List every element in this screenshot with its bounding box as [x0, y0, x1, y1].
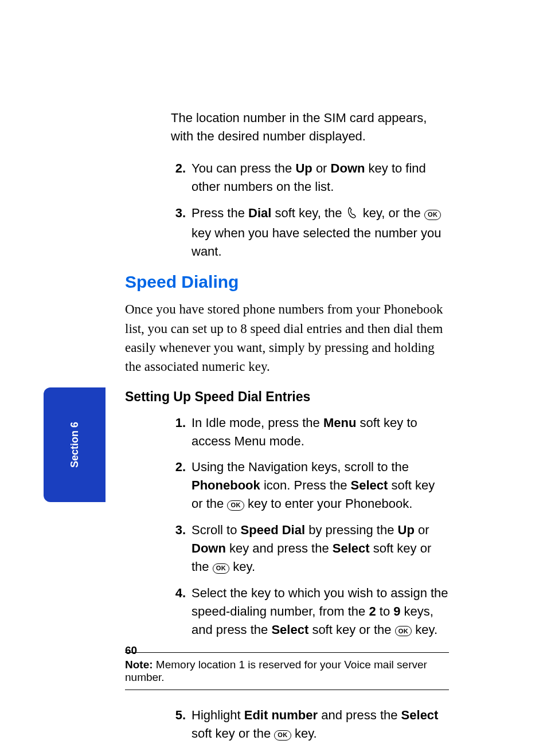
list-body: You can press the Up or Down key to find… [192, 159, 449, 196]
text: and press the [318, 708, 401, 722]
intro-serif-paragraph: Once you have stored phone numbers from … [125, 300, 449, 376]
bold-text: Phonebook [192, 478, 260, 492]
text: or [415, 523, 429, 537]
subheading-setup: Setting Up Speed Dial Entries [125, 389, 449, 405]
text: key to enter your Phonebook. [244, 496, 413, 511]
text: soft key or the [192, 726, 274, 741]
list-b: 1. In Idle mode, press the Menu soft key… [171, 414, 449, 639]
list-body: In Idle mode, press the Menu soft key to… [192, 414, 449, 451]
bold-text: Menu [323, 416, 356, 430]
heading-speed-dialing: Speed Dialing [125, 272, 449, 292]
bold-text: Select [351, 478, 388, 492]
note-block: Note: Memory location 1 is reserved for … [125, 652, 449, 690]
page: Section 6 The location number in the SIM… [0, 0, 547, 756]
bold-text: Select [271, 622, 308, 637]
handset-icon [346, 206, 360, 225]
ok-key-icon: OK [395, 626, 412, 636]
bold-text: Edit number [244, 708, 318, 722]
text: key and press the [226, 541, 333, 555]
list-number: 3. [171, 204, 186, 261]
list-body: Using the Navigation keys, scroll to the… [192, 458, 449, 513]
list-item: 3. Press the Dial soft key, the key, or … [171, 204, 449, 261]
content-area: The location number in the SIM card appe… [125, 109, 449, 751]
note-label: Note: [125, 659, 153, 671]
list-number: 1. [171, 414, 186, 451]
text: key, or the [363, 206, 424, 220]
list-number: 5. [171, 706, 186, 743]
list-body: Highlight Edit number and press the Sele… [192, 706, 449, 743]
section-tab-label: Section 6 [69, 422, 81, 468]
text: Scroll to [192, 523, 241, 537]
list-body: Press the Dial soft key, the key, or the… [192, 204, 449, 261]
list-b-cont: 5. Highlight Edit number and press the S… [171, 706, 449, 743]
list-item: 4. Select the key to which you wish to a… [171, 584, 449, 639]
ok-key-icon: OK [213, 563, 230, 574]
list-body: Scroll to Speed Dial by pressing the Up … [192, 521, 449, 576]
text: soft key, the [271, 206, 345, 220]
bold-text: Up [398, 523, 415, 537]
text: to [376, 604, 394, 618]
list-item: 2. Using the Navigation keys, scroll to … [171, 458, 449, 513]
text: key. [291, 726, 317, 741]
text: You can press the [192, 161, 295, 175]
list-item: 2. You can press the Up or Down key to f… [171, 159, 449, 196]
bold-text: Down [331, 161, 365, 175]
list-item: 1. In Idle mode, press the Menu soft key… [171, 414, 449, 451]
intro-paragraph: The location number in the SIM card appe… [171, 109, 449, 146]
list-body: Select the key to which you wish to assi… [192, 584, 449, 639]
list-item: 3. Scroll to Speed Dial by pressing the … [171, 521, 449, 576]
text: key. [412, 622, 437, 637]
bold-text: Dial [248, 206, 271, 220]
list-number: 2. [171, 159, 186, 196]
list-number: 4. [171, 584, 186, 639]
page-number: 60 [125, 644, 137, 657]
list-item: 5. Highlight Edit number and press the S… [171, 706, 449, 743]
bold-text: 9 [393, 604, 400, 618]
text: icon. Press the [260, 478, 351, 492]
text: by pressing the [305, 523, 397, 537]
bold-text: Select [401, 708, 439, 722]
list-a: 2. You can press the Up or Down key to f… [171, 159, 449, 261]
text: soft key or the [308, 622, 394, 637]
ok-key-icon: OK [274, 730, 291, 741]
ok-key-icon: OK [424, 210, 441, 220]
bold-text: 2 [369, 604, 376, 618]
text: In Idle mode, press the [192, 416, 323, 430]
bold-text: Select [333, 541, 370, 555]
text: key when you have selected the number yo… [192, 226, 441, 258]
text: or [312, 161, 331, 175]
list-number: 3. [171, 521, 186, 576]
list-number: 2. [171, 458, 186, 513]
bold-text: Down [192, 541, 226, 555]
bold-text: Speed Dial [241, 523, 305, 537]
text: Highlight [192, 708, 244, 722]
ok-key-icon: OK [227, 500, 244, 511]
text: Using the Navigation keys, scroll to the [192, 460, 409, 474]
text: key. [229, 559, 255, 574]
note-text: Memory location 1 is reserved for your V… [125, 659, 427, 683]
text: Press the [192, 206, 248, 220]
section-tab: Section 6 [44, 387, 106, 502]
bold-text: Up [295, 161, 312, 175]
